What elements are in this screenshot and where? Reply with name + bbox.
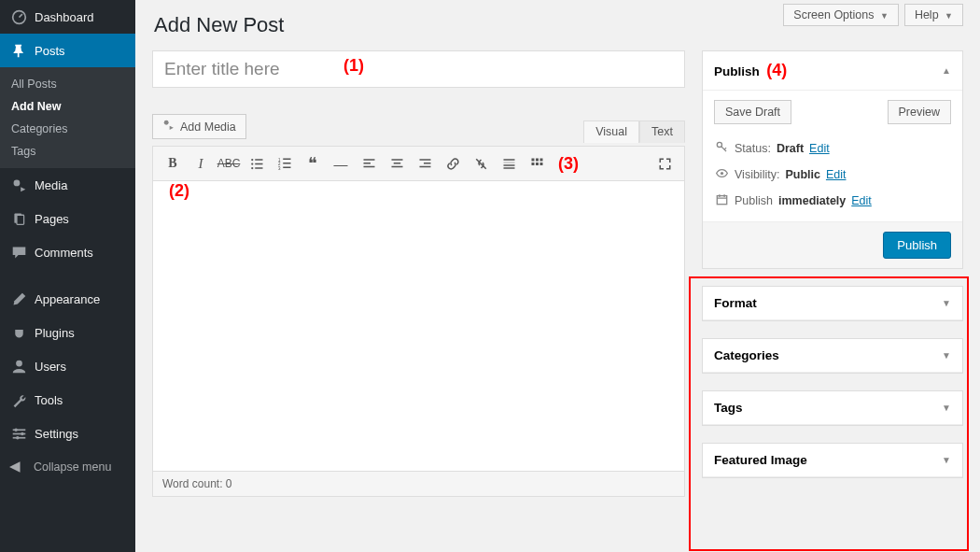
nav-label: Settings bbox=[35, 427, 78, 441]
format-box-header[interactable]: Format▼ bbox=[703, 287, 962, 320]
nav-tools[interactable]: Tools bbox=[0, 383, 135, 417]
bullet-list-button[interactable] bbox=[245, 151, 269, 176]
svg-rect-40 bbox=[531, 163, 534, 165]
svg-rect-32 bbox=[419, 165, 430, 167]
svg-rect-25 bbox=[363, 163, 371, 164]
editor-tabs: Visual Text bbox=[583, 120, 685, 143]
hr-button[interactable]: — bbox=[329, 151, 353, 176]
tags-box: Tags▼ bbox=[702, 390, 963, 426]
help-button[interactable]: Help ▼ bbox=[904, 4, 963, 26]
tab-visual[interactable]: Visual bbox=[583, 120, 639, 143]
fullscreen-button[interactable] bbox=[652, 151, 677, 176]
bold-button[interactable]: B bbox=[161, 151, 185, 176]
svg-point-4 bbox=[16, 360, 22, 366]
strike-button[interactable]: ABC bbox=[217, 151, 241, 176]
svg-rect-30 bbox=[419, 159, 430, 161]
nav-posts[interactable]: Posts bbox=[0, 34, 135, 67]
nav-label: Plugins bbox=[35, 326, 75, 340]
svg-rect-26 bbox=[363, 165, 374, 167]
edit-status-link[interactable]: Edit bbox=[809, 142, 830, 155]
save-draft-button[interactable]: Save Draft bbox=[714, 100, 791, 124]
italic-button[interactable]: I bbox=[189, 151, 213, 176]
pages-icon bbox=[9, 209, 28, 228]
svg-rect-34 bbox=[503, 162, 514, 163]
svg-point-9 bbox=[21, 432, 23, 434]
number-list-button[interactable]: 123 bbox=[273, 151, 297, 176]
categories-box-header[interactable]: Categories▼ bbox=[703, 339, 962, 373]
sub-tags[interactable]: Tags bbox=[0, 140, 135, 163]
eye-icon bbox=[714, 167, 729, 182]
svg-point-1 bbox=[13, 179, 20, 186]
svg-point-14 bbox=[251, 163, 253, 164]
dashboard-icon bbox=[9, 7, 28, 26]
align-left-button[interactable] bbox=[357, 151, 381, 176]
publish-button[interactable]: Publish bbox=[883, 232, 951, 259]
publish-box-header[interactable]: Publish (4) ▲ bbox=[703, 51, 962, 91]
svg-point-8 bbox=[14, 428, 17, 431]
sub-categories[interactable]: Categories bbox=[0, 118, 135, 140]
collapse-icon: ◀ bbox=[9, 458, 28, 476]
triangle-down-icon: ▼ bbox=[942, 350, 951, 361]
visibility-line: Visibility: Public Edit bbox=[714, 162, 951, 188]
nav-dashboard[interactable]: Dashboard bbox=[0, 0, 135, 34]
nav-users[interactable]: Users bbox=[0, 349, 135, 383]
preview-button[interactable]: Preview bbox=[888, 100, 951, 124]
tags-box-header[interactable]: Tags▼ bbox=[703, 391, 962, 425]
schedule-line: Publish immediately Edit bbox=[714, 188, 951, 214]
user-icon bbox=[9, 357, 28, 375]
svg-rect-37 bbox=[531, 158, 534, 161]
nav-label: Tools bbox=[35, 393, 63, 407]
blockquote-button[interactable]: ❝ bbox=[301, 151, 325, 176]
media-icon bbox=[9, 176, 28, 194]
align-center-button[interactable] bbox=[385, 151, 409, 176]
triangle-down-icon: ▼ bbox=[945, 11, 953, 21]
sub-all-posts[interactable]: All Posts bbox=[0, 73, 135, 95]
svg-point-11 bbox=[164, 120, 169, 125]
svg-rect-28 bbox=[393, 163, 400, 164]
readmore-button[interactable] bbox=[497, 151, 521, 176]
featured-image-box-header[interactable]: Featured Image▼ bbox=[703, 444, 962, 477]
svg-rect-33 bbox=[503, 159, 514, 161]
nav-media[interactable]: Media bbox=[0, 168, 135, 202]
svg-rect-27 bbox=[391, 159, 402, 161]
edit-visibility-link[interactable]: Edit bbox=[826, 168, 847, 181]
svg-rect-36 bbox=[503, 167, 514, 169]
svg-rect-24 bbox=[363, 159, 374, 161]
svg-rect-29 bbox=[391, 165, 402, 167]
triangle-down-icon: ▼ bbox=[942, 403, 951, 413]
collapse-menu[interactable]: ◀ Collapse menu bbox=[0, 450, 135, 484]
editor-textarea[interactable] bbox=[153, 181, 684, 471]
triangle-down-icon: ▼ bbox=[880, 11, 889, 21]
svg-text:3: 3 bbox=[278, 165, 281, 170]
editor-wrap: Visual Text B I ABC 123 ❝ — bbox=[152, 146, 685, 497]
unlink-button[interactable] bbox=[469, 151, 493, 176]
triangle-down-icon: ▼ bbox=[942, 298, 951, 308]
key-icon bbox=[714, 141, 729, 156]
toolbar-toggle-button[interactable] bbox=[525, 151, 549, 176]
screen-options-button[interactable]: Screen Options ▼ bbox=[783, 4, 899, 26]
nav-settings[interactable]: Settings bbox=[0, 417, 135, 450]
triangle-up-icon: ▲ bbox=[942, 65, 951, 76]
nav-plugins[interactable]: Plugins bbox=[0, 316, 135, 349]
nav-pages[interactable]: Pages bbox=[0, 202, 135, 235]
link-button[interactable] bbox=[441, 151, 465, 176]
svg-point-43 bbox=[717, 142, 721, 147]
add-media-button[interactable]: Add Media bbox=[152, 114, 246, 139]
format-box: Format▼ bbox=[702, 286, 963, 321]
nav-comments[interactable]: Comments bbox=[0, 235, 135, 269]
svg-rect-38 bbox=[536, 158, 539, 161]
nav-label: Comments bbox=[35, 246, 93, 260]
nav-label: Pages bbox=[35, 212, 69, 226]
media-small-icon bbox=[162, 119, 175, 134]
word-count: Word count: 0 bbox=[153, 471, 684, 496]
annotation-3: (3) bbox=[558, 154, 579, 174]
sub-add-new[interactable]: Add New bbox=[0, 95, 135, 118]
edit-schedule-link[interactable]: Edit bbox=[851, 194, 872, 207]
publish-title-label: Publish bbox=[714, 64, 760, 78]
align-right-button[interactable] bbox=[413, 151, 437, 176]
nav-appearance[interactable]: Appearance bbox=[0, 282, 135, 316]
post-title-input[interactable] bbox=[152, 50, 685, 88]
tab-text[interactable]: Text bbox=[639, 120, 685, 143]
comments-icon bbox=[9, 243, 28, 262]
screen-meta-links: Screen Options ▼ Help ▼ bbox=[783, 4, 963, 26]
